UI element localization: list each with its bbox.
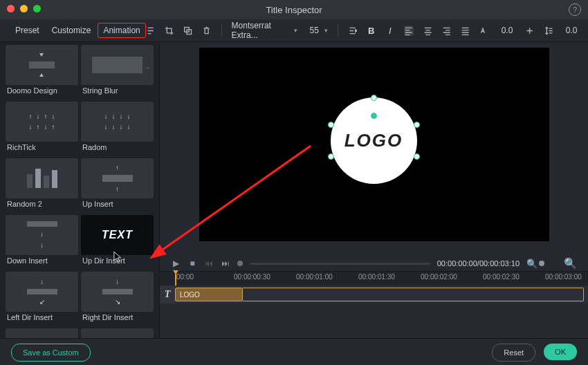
ok-button[interactable]: OK (544, 344, 577, 360)
preset-label: Up Dir Insert (81, 255, 154, 269)
ruler-tick: 00:00:02:00 (421, 273, 457, 281)
window-maximize-button[interactable] (33, 5, 41, 12)
letter-spacing-input[interactable]: 0.0 (499, 26, 516, 35)
indent-icon[interactable] (348, 26, 357, 36)
preset-thumb-random2[interactable] (6, 158, 78, 198)
preset-label: Left Dir Insert (6, 312, 78, 326)
align-right-icon[interactable] (442, 26, 451, 36)
separator (221, 24, 222, 37)
preset-thumb-doomo-design[interactable] (6, 45, 78, 85)
separator (338, 24, 338, 37)
font-size-input[interactable]: 55 (307, 26, 322, 35)
prev-frame-button[interactable]: ⏮ (204, 259, 214, 268)
chevron-down-icon: ▾ (294, 27, 297, 34)
preset-thumb-extra-2[interactable]: ↑ (81, 328, 154, 338)
window-title: Title Inspector (266, 5, 322, 15)
ruler-tick: 00:00 (176, 273, 194, 281)
track-type-text-icon: T (160, 286, 175, 303)
transform-handle[interactable] (414, 153, 420, 160)
chevron-down-icon: ▾ (324, 27, 328, 34)
logo-text: LOGO (344, 130, 403, 151)
playhead[interactable] (175, 272, 176, 286)
reset-button[interactable]: Reset (492, 344, 535, 362)
transform-handle[interactable] (371, 113, 377, 119)
ruler-tick: 00:00:01:30 (358, 273, 395, 281)
preset-label: Random 2 (6, 198, 78, 212)
spacing-reset-icon[interactable] (525, 26, 534, 36)
zoom-out-icon[interactable]: 🔍 (526, 259, 538, 269)
preset-thumb-left-dir-insert[interactable]: ↓ ↙ (6, 272, 78, 312)
preset-thumb-radom[interactable]: ↓↓↓↓ ↓↓↓↓ (81, 102, 154, 142)
save-as-custom-button[interactable]: Save as Custom (11, 344, 91, 362)
ruler-tick: 00:00:02:30 (483, 273, 520, 281)
transform-handle[interactable] (328, 153, 334, 160)
help-icon[interactable]: ? (569, 3, 581, 16)
timeline-clip-extent[interactable] (243, 288, 584, 301)
preset-label: Radom (81, 142, 154, 156)
tab-customize[interactable]: Customize (46, 23, 97, 38)
italic-icon[interactable]: I (385, 26, 394, 36)
ruler-tick: 00:00:03:00 (545, 273, 582, 281)
align-left-icon[interactable] (404, 26, 413, 36)
crop-icon[interactable] (165, 26, 174, 36)
preset-label: Doomo Design (6, 85, 78, 99)
bold-icon[interactable]: B (367, 26, 376, 36)
preset-thumb-down-insert[interactable]: ↓ ↓ (6, 215, 78, 255)
transform-handle[interactable] (328, 122, 334, 128)
duplicate-icon[interactable] (183, 26, 192, 36)
timecode-display: 00:00:00:00/00:00:03:10 (437, 259, 520, 268)
timeline-ruler[interactable]: 00:00 00:00:00:30 00:00:01:00 00:00:01:3… (160, 272, 588, 286)
ruler-tick: 00:00:01:00 (296, 273, 333, 281)
play-button[interactable]: ▶ (171, 259, 181, 268)
preset-thumb-richtick[interactable]: ↑↓↑↓ ↓↑↓↑ (6, 102, 78, 142)
line-height-icon[interactable] (544, 26, 553, 36)
align-justify-icon[interactable] (461, 26, 470, 36)
preset-label: String Blur (81, 85, 154, 99)
preset-thumb-extra-1[interactable]: ↓ (6, 328, 78, 338)
preset-thumb-up-dir-insert[interactable]: TEXT (81, 215, 154, 255)
window-minimize-button[interactable] (20, 5, 28, 12)
preset-thumb-right-dir-insert[interactable]: ↓ ↘ (81, 272, 154, 312)
next-frame-button[interactable]: ⏭ (221, 259, 230, 268)
text-case-icon[interactable] (479, 26, 488, 36)
preset-label: Down Insert (6, 255, 78, 269)
font-family-select[interactable]: Montserrat Extra... (232, 19, 291, 41)
timeline-clip[interactable]: LOGO (175, 288, 243, 301)
format-advanced-icon[interactable] (146, 26, 155, 36)
preset-label: RichTick (6, 142, 78, 156)
preset-preview-text: TEXT (102, 229, 133, 241)
preset-thumb-string-blur[interactable]: → (81, 45, 154, 85)
stop-button[interactable]: ■ (187, 259, 197, 268)
record-indicator (237, 261, 243, 266)
zoom-in-icon[interactable]: 🔍 (564, 257, 577, 270)
logo-element[interactable]: LOGO (331, 97, 417, 184)
window-close-button[interactable] (7, 5, 15, 12)
transform-handle[interactable] (414, 122, 420, 128)
tab-animation[interactable]: Animation (98, 23, 145, 38)
timeline-empty-area[interactable] (160, 303, 588, 338)
clip-label: LOGO (180, 291, 200, 299)
delete-icon[interactable] (202, 26, 211, 36)
align-center-icon[interactable] (423, 26, 432, 36)
ruler-tick: 00:00:00:30 (234, 273, 270, 281)
zoom-slider-thumb[interactable] (539, 261, 544, 266)
tab-preset[interactable]: Preset (10, 23, 45, 38)
preset-thumb-up-insert[interactable]: ↑ ↑ (81, 158, 154, 198)
line-height-input[interactable]: 0.0 (563, 26, 580, 35)
preview-canvas[interactable]: LOGO (199, 48, 549, 241)
preset-label: Right Dir Insert (81, 312, 154, 326)
scrubber[interactable] (250, 263, 430, 265)
transform-handle[interactable] (371, 95, 377, 101)
preset-label: Up Insert (81, 198, 154, 212)
